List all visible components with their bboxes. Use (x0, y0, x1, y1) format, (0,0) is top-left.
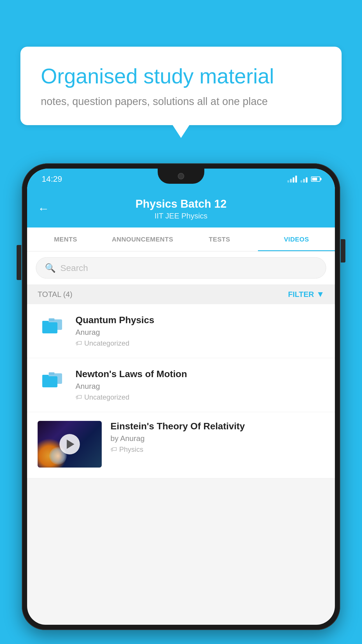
tag-icon: 🏷 (110, 446, 117, 453)
list-item[interactable]: Einstein's Theory Of Relativity by Anura… (27, 412, 335, 478)
status-time: 14:29 (42, 174, 62, 184)
header-title: Physics Batch 12 (39, 198, 323, 210)
phone-screen: 14:29 (27, 169, 335, 625)
folder-icon (41, 371, 64, 391)
filter-row: TOTAL (4) FILTER ▼ (27, 284, 335, 304)
tab-videos[interactable]: VIDEOS (258, 228, 335, 251)
phone-frame: 14:29 (22, 163, 340, 644)
video-author: Anurag (75, 328, 324, 337)
svg-rect-2 (42, 322, 57, 333)
svg-rect-3 (42, 321, 49, 323)
svg-rect-7 (42, 375, 49, 377)
tab-ments[interactable]: MENTS (27, 228, 104, 251)
folder-icon (41, 317, 64, 337)
filter-button[interactable]: FILTER ▼ (288, 290, 324, 299)
speech-bubble-container: Organised study material notes, question… (20, 47, 342, 125)
play-icon (67, 440, 74, 449)
filter-icon: ▼ (316, 290, 324, 299)
svg-rect-6 (42, 376, 57, 387)
tag-icon: 🏷 (75, 393, 82, 401)
camera-dot (178, 173, 184, 179)
tag-label: Uncategorized (84, 339, 129, 347)
speech-bubble: Organised study material notes, question… (20, 47, 342, 125)
video-thumbnail (38, 421, 102, 468)
play-button-overlay (38, 421, 102, 468)
tabs-bar: MENTS ANNOUNCEMENTS TESTS VIDEOS (27, 228, 335, 251)
folder-icon-wrap (38, 315, 67, 337)
search-container: 🔍 Search (27, 251, 335, 284)
video-info: Quantum Physics Anurag 🏷 Uncategorized (75, 315, 324, 347)
video-tag: 🏷 Uncategorized (75, 393, 324, 401)
search-bar[interactable]: 🔍 Search (36, 257, 326, 279)
header-subtitle: IIT JEE Physics (39, 211, 323, 220)
status-bar: 14:29 (27, 169, 335, 190)
video-title: Quantum Physics (75, 315, 324, 326)
back-button[interactable]: ← (38, 202, 49, 215)
tab-announcements[interactable]: ANNOUNCEMENTS (104, 228, 181, 251)
video-info: Einstein's Theory Of Relativity by Anura… (110, 421, 324, 454)
svg-rect-5 (49, 372, 55, 374)
video-info: Newton's Laws of Motion Anurag 🏷 Uncateg… (75, 369, 324, 401)
video-author: by Anurag (110, 434, 324, 443)
video-title: Newton's Laws of Motion (75, 369, 324, 379)
phone-outer: 14:29 (22, 163, 340, 630)
battery-icon (311, 176, 320, 182)
video-title: Einstein's Theory Of Relativity (110, 421, 324, 432)
wifi-icon (287, 176, 297, 183)
svg-rect-1 (49, 318, 55, 321)
folder-icon-wrap (38, 369, 67, 391)
tag-icon: 🏷 (75, 340, 82, 347)
list-item[interactable]: Quantum Physics Anurag 🏷 Uncategorized (27, 304, 335, 358)
video-tag: 🏷 Uncategorized (75, 339, 324, 347)
video-list: Quantum Physics Anurag 🏷 Uncategorized (27, 304, 335, 478)
search-icon: 🔍 (45, 263, 56, 273)
total-count: TOTAL (4) (38, 290, 72, 299)
tag-label: Uncategorized (84, 393, 129, 401)
status-icons (287, 176, 320, 183)
signal-icon (301, 176, 307, 183)
tag-label: Physics (119, 445, 143, 454)
notch (158, 169, 204, 184)
bubble-title: Organised study material (41, 64, 321, 88)
video-author: Anurag (75, 382, 324, 391)
search-placeholder: Search (60, 263, 88, 273)
tab-tests[interactable]: TESTS (181, 228, 258, 251)
app-header: ← Physics Batch 12 IIT JEE Physics (27, 190, 335, 228)
list-item[interactable]: Newton's Laws of Motion Anurag 🏷 Uncateg… (27, 358, 335, 412)
play-circle (59, 434, 80, 454)
filter-label: FILTER (288, 290, 314, 299)
bubble-subtitle: notes, question papers, solutions all at… (41, 95, 321, 108)
video-tag: 🏷 Physics (110, 445, 324, 454)
